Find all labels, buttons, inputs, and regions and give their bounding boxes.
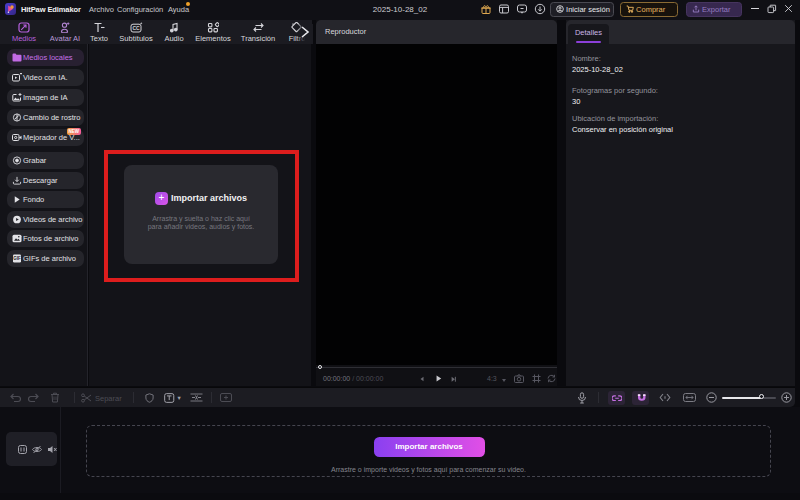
svg-text:CC: CC (132, 25, 140, 31)
svg-text:GIF: GIF (13, 256, 21, 261)
